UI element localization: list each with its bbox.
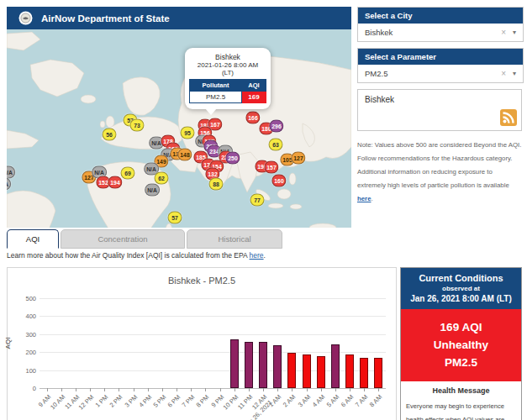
aqi-bar[interactable] <box>230 339 239 388</box>
clear-icon[interactable]: × <box>501 69 506 78</box>
x-tick <box>220 388 221 391</box>
learn-more-before: Learn more about how the Air Quality Ind… <box>7 251 250 260</box>
gridline <box>40 388 386 389</box>
rss-feed-box: Bishkek <box>357 89 522 131</box>
y-tick-label: 200 <box>14 349 36 356</box>
gridline <box>40 316 386 317</box>
current-conditions-title: Current Conditions <box>403 273 519 283</box>
epa-here-link[interactable]: here <box>250 251 264 260</box>
aqi-marker[interactable]: N/A <box>145 184 160 197</box>
aqi-marker[interactable]: 62 <box>155 172 169 185</box>
x-tick <box>191 388 192 391</box>
aqi-marker[interactable]: 95 <box>181 127 195 139</box>
note-here-link[interactable]: here <box>357 195 371 202</box>
parameter-select[interactable]: PM2.5 × ▾ <box>358 65 523 82</box>
x-tick <box>119 388 119 391</box>
city-select[interactable]: Bishkek × ▾ <box>358 24 523 41</box>
aqi-marker[interactable]: 77 <box>250 194 265 207</box>
parameter-select-value: PM2.5 <box>365 69 501 78</box>
aqi-bar[interactable] <box>331 344 340 388</box>
view-tabs: AQIConcentrationHistorical <box>7 229 284 248</box>
chevron-down-icon[interactable]: ▾ <box>513 70 516 77</box>
x-tick <box>378 388 379 391</box>
popup-datetime: 2021-01-26 8:00 AM <box>189 61 266 69</box>
aqi-bar[interactable] <box>287 353 296 388</box>
aqi-bar[interactable] <box>360 358 368 388</box>
health-message-body: Everyone may begin to experience health … <box>406 400 516 420</box>
aqi-category: Unhealthy <box>403 336 519 354</box>
x-tick <box>162 388 163 391</box>
observed-at-datetime: Jan 26, 2021 8:00 AM (LT) <box>403 294 519 303</box>
world-map[interactable]: N/AN/A565773N/A178162N/A139148149127N/A1… <box>7 29 351 228</box>
rss-icon[interactable] <box>500 109 517 126</box>
aqi-value: 169 AQI <box>403 318 519 336</box>
x-tick <box>235 388 235 391</box>
aqi-marker[interactable]: 127 <box>291 152 305 165</box>
x-tick <box>76 388 76 391</box>
popup-timezone: (LT) <box>189 69 266 76</box>
x-tick <box>292 388 292 391</box>
popup-aqi-value: 169 <box>242 92 266 103</box>
aqi-bar[interactable] <box>273 345 282 388</box>
y-tick-label: 300 <box>14 331 36 339</box>
y-tick-label: 100 <box>14 367 36 375</box>
health-message-section: Health Message Everyone may begin to exp… <box>401 381 521 420</box>
aqi-marker[interactable]: 194 <box>108 176 122 189</box>
x-tick <box>364 388 365 391</box>
aqi-bar-chart: Bishkek - PM2.5 AQI 01002003004005009 AM… <box>7 267 397 420</box>
x-tick <box>277 388 278 391</box>
aqi-marker[interactable]: 63 <box>269 139 283 151</box>
x-tick <box>263 388 264 391</box>
tab-historical[interactable]: Historical <box>187 229 282 249</box>
aqi-marker[interactable]: 250 <box>225 152 240 165</box>
x-tick <box>177 388 177 391</box>
popup-table: Pollutant AQI PM2.5 169 <box>189 79 266 103</box>
observed-at-label: observed at <box>403 285 519 292</box>
gridline <box>40 334 386 335</box>
aqi-marker[interactable]: 88 <box>209 178 224 191</box>
popup-aqi-header: AQI <box>242 80 266 92</box>
aqi-marker[interactable]: 166 <box>245 112 260 124</box>
tab-aqi[interactable]: AQI <box>7 229 59 249</box>
city-select-panel: Select a City Bishkek × ▾ <box>357 7 524 42</box>
aqi-marker[interactable]: 69 <box>121 167 135 180</box>
x-tick <box>350 388 350 391</box>
x-tick <box>335 388 336 391</box>
city-select-label: Select a City <box>358 8 523 24</box>
y-tick-label: 500 <box>14 295 36 302</box>
x-tick <box>148 388 149 391</box>
aqi-bar[interactable] <box>259 342 267 388</box>
health-message-title: Health Message <box>406 386 516 395</box>
popup-city: Bishkek <box>189 53 266 61</box>
aqi-marker[interactable]: 296 <box>269 120 283 133</box>
popup-pollutant-header: Pollutant <box>190 80 242 92</box>
aqi-bar[interactable] <box>245 342 253 388</box>
aqi-marker[interactable]: 73 <box>130 119 145 132</box>
x-tick <box>90 388 91 391</box>
chevron-down-icon[interactable]: ▾ <box>513 29 516 36</box>
aqi-pollutant: PM2.5 <box>403 354 519 371</box>
tab-concentration[interactable]: Concentration <box>61 229 185 249</box>
aqi-marker[interactable]: 160 <box>271 175 286 187</box>
aqi-bar[interactable] <box>317 356 325 388</box>
aqi-bar[interactable] <box>303 354 311 388</box>
map-popup: Bishkek 2021-01-26 8:00 AM (LT) Pollutan… <box>185 48 271 109</box>
x-tick <box>321 388 322 391</box>
aqi-bar[interactable] <box>345 354 354 388</box>
x-tick <box>134 388 134 391</box>
city-select-value: Bishkek <box>365 28 501 37</box>
current-conditions-header: Current Conditions observed at Jan 26, 2… <box>401 268 521 309</box>
learn-more-after: . <box>264 251 266 260</box>
x-tick <box>47 388 48 391</box>
clear-icon[interactable]: × <box>501 28 506 37</box>
aqi-marker[interactable]: 57 <box>168 212 182 224</box>
parameter-select-label: Select a Parameter <box>358 49 523 65</box>
x-tick <box>104 388 105 391</box>
x-tick <box>61 388 62 391</box>
aqi-marker[interactable]: 157 <box>264 161 278 174</box>
aqi-marker[interactable]: 148 <box>177 149 192 161</box>
parameter-select-panel: Select a Parameter PM2.5 × ▾ <box>357 48 524 83</box>
aqi-note: Note: Values above 500 are considered Be… <box>357 139 522 206</box>
aqi-marker[interactable]: 56 <box>103 129 117 141</box>
aqi-bar[interactable] <box>374 358 382 388</box>
